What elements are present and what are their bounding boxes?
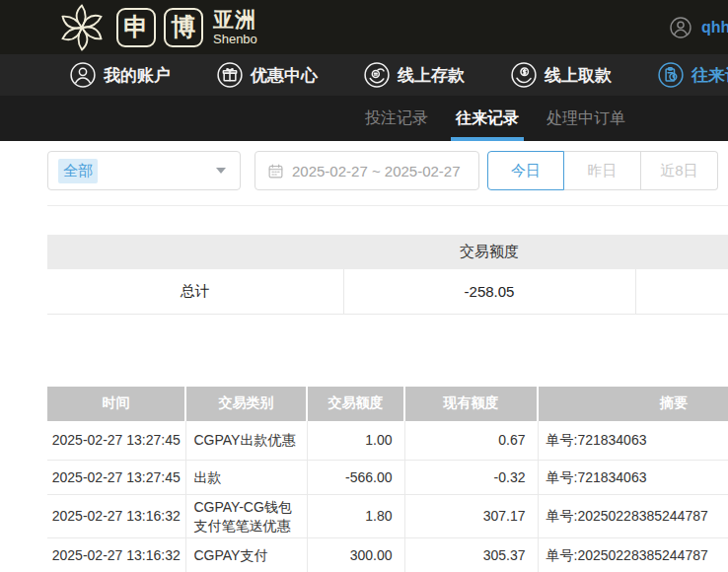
top-header: 申 博 亚洲 Shenbo qhh	[0, 0, 728, 54]
clipboard-clock-icon	[657, 61, 685, 89]
nav-item-withdraw[interactable]: 线上取款	[510, 61, 612, 89]
cell-type: CGPAY支付	[185, 538, 307, 572]
nav-item-label: 往来记录	[692, 64, 728, 87]
nav-item-label: 线上取款	[545, 64, 612, 87]
table-row: 2025-02-27 13:27:45 CGPAY出款优惠 1.00 0.67 …	[47, 421, 728, 461]
table-row: 2025-02-27 13:16:32 CGPAY支付 300.00 305.3…	[47, 538, 728, 572]
user-account-link[interactable]: qhh	[669, 0, 728, 54]
cell-time: 2025-02-27 13:27:45	[47, 421, 185, 461]
caret-down-icon	[216, 168, 226, 174]
tab-betting-records[interactable]: 投注记录	[365, 96, 428, 141]
logo-wordmark: 亚洲 Shenbo	[213, 9, 257, 45]
nav-item-promotions[interactable]: 优惠中心	[216, 61, 318, 89]
calendar-icon	[267, 163, 284, 179]
nav-item-label: 优惠中心	[251, 64, 318, 87]
nav-item-label: 我的账户	[104, 64, 171, 87]
username-text: qhh	[701, 19, 728, 36]
flower-logo-icon	[55, 1, 109, 54]
logo-region-text: 亚洲	[213, 9, 257, 30]
nav-item-transaction-records[interactable]: 往来记录	[657, 61, 728, 89]
user-circle-icon	[69, 61, 97, 89]
tab-label: 投注记录	[365, 108, 428, 129]
nav-item-my-account[interactable]: 我的账户	[69, 61, 171, 89]
date-range-value: 2025-02-27 ~ 2025-02-27	[292, 163, 461, 179]
cell-type: CGPAY-CG钱包支付笔笔送优惠	[185, 495, 307, 538]
main-nav: 我的账户 优惠中心 线上存款	[0, 54, 728, 96]
cell-note: 单号:721834063	[538, 461, 728, 495]
cell-note: 单号:20250228385244787	[538, 495, 728, 538]
records-header-row: 时间 交易类别 交易额度 现有额度 摘要	[47, 387, 728, 421]
withdraw-hand-coin-icon	[510, 61, 538, 89]
cell-amount: 1.00	[307, 421, 404, 461]
summary-total-empty	[635, 269, 728, 314]
summary-header-row: 交易额度	[47, 235, 728, 269]
cell-amount: -566.00	[307, 461, 404, 495]
col-header-amount: 交易额度	[307, 387, 404, 421]
col-header-balance: 现有额度	[404, 387, 538, 421]
table-row: 2025-02-27 13:16:32 CGPAY-CG钱包支付笔笔送优惠 1.…	[47, 495, 728, 538]
nav-item-label: 线上存款	[398, 64, 465, 87]
cell-time: 2025-02-27 13:16:32	[47, 495, 185, 538]
logo-brand-text: Shenbo	[213, 33, 257, 45]
tab-transaction-records[interactable]: 往来记录	[456, 96, 519, 141]
divider	[47, 205, 728, 206]
content: 全部 2025-02-27 ~ 2025-02-27 今日 昨日 近8日	[0, 151, 728, 572]
summary-table: 交易额度 总计 -258.05	[47, 235, 728, 315]
summary-header-amount: 交易额度	[343, 235, 635, 269]
summary-total-label: 总计	[47, 269, 343, 314]
table-row: 2025-02-27 13:27:45 出款 -566.00 -0.32 单号:…	[47, 461, 728, 495]
records-table: 时间 交易类别 交易额度 现有额度 摘要 2025-02-27 13:27:45…	[47, 387, 728, 572]
yesterday-button[interactable]: 昨日	[564, 151, 641, 190]
tab-processing-orders[interactable]: 处理中订单	[546, 96, 625, 141]
tab-label: 处理中订单	[546, 108, 625, 129]
cell-balance: 307.17	[404, 495, 538, 538]
cell-balance: -0.32	[404, 461, 538, 495]
cell-time: 2025-02-27 13:16:32	[47, 538, 185, 572]
cell-type: 出款	[185, 461, 307, 495]
last-8-days-button[interactable]: 近8日	[641, 151, 718, 190]
col-header-time: 时间	[47, 387, 185, 421]
filter-row: 全部 2025-02-27 ~ 2025-02-27 今日 昨日 近8日	[47, 151, 728, 190]
deposit-hand-coin-icon	[363, 61, 391, 89]
user-avatar-icon	[669, 16, 692, 39]
quick-date-buttons: 今日 昨日 近8日	[487, 151, 718, 190]
cell-balance: 0.67	[404, 421, 538, 461]
site-logo[interactable]: 申 博 亚洲 Shenbo	[55, 1, 257, 54]
logo-char-shen: 申	[116, 8, 156, 47]
summary-header-empty	[635, 235, 728, 269]
page: 申 博 亚洲 Shenbo qhh 我的账户	[0, 0, 728, 572]
cell-amount: 300.00	[307, 538, 404, 572]
cell-balance: 305.37	[404, 538, 538, 572]
cell-type: CGPAY出款优惠	[185, 421, 307, 461]
sub-nav: 投注记录 往来记录 处理中订单	[0, 96, 728, 141]
nav-item-deposit[interactable]: 线上存款	[363, 61, 465, 89]
today-button[interactable]: 今日	[487, 151, 564, 190]
col-header-type: 交易类别	[185, 387, 307, 421]
gift-icon	[216, 61, 244, 89]
cell-time: 2025-02-27 13:27:45	[47, 461, 185, 495]
date-range-input[interactable]: 2025-02-27 ~ 2025-02-27	[255, 151, 479, 190]
tab-label: 往来记录	[456, 108, 519, 129]
summary-total-value: -258.05	[343, 269, 635, 314]
summary-header-empty	[47, 235, 343, 269]
cell-amount: 1.80	[307, 495, 404, 538]
logo-char-bo: 博	[164, 8, 203, 47]
col-header-note: 摘要	[538, 387, 728, 421]
summary-total-row: 总计 -258.05	[47, 269, 728, 314]
type-select-value: 全部	[58, 159, 98, 183]
cell-note: 单号:721834063	[538, 421, 728, 461]
type-select[interactable]: 全部	[47, 151, 241, 190]
cell-note: 单号:20250228385244787	[538, 538, 728, 572]
